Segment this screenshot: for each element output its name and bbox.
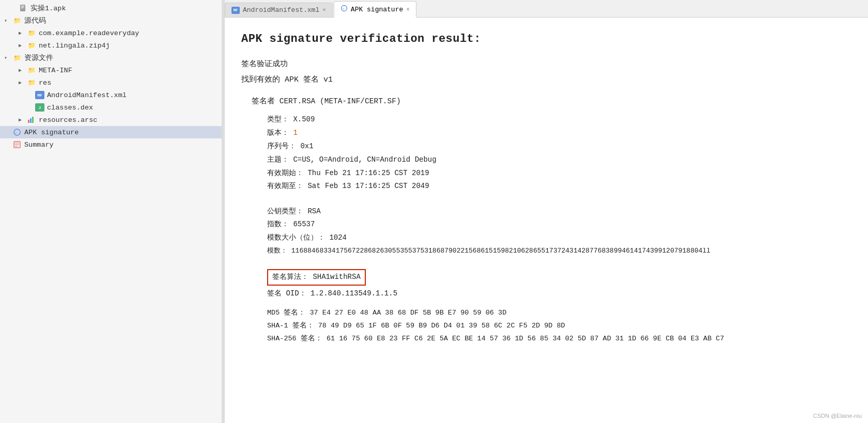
cert-type-field: 类型： X.509	[267, 114, 851, 126]
main-layout: 实操1.apk ▾ 📁 源代码 ▶ 📁 com.example.readever…	[0, 0, 868, 423]
svg-rect-4	[28, 120, 29, 123]
content-area: MF AndroidManifest.xml ✕ ✍ APK signature…	[225, 0, 868, 423]
folder-icon: 📁	[12, 16, 22, 25]
sidebar-item-source-code[interactable]: ▾ 📁 源代码	[0, 14, 222, 27]
cert-valid-from-field: 有效期始： Thu Feb 21 17:16:25 CST 2019	[267, 167, 851, 180]
svg-rect-2	[21, 7, 24, 7]
arrow-icon: ▾	[4, 18, 11, 24]
folder-icon: 📁	[27, 41, 36, 50]
sidebar-item-net-lingala[interactable]: ▶ 📁 net.lingala.zip4j	[0, 39, 222, 52]
md5-label: MD5 签名：	[267, 309, 305, 317]
tab-close-button[interactable]: ✕	[406, 7, 410, 12]
valid-from-label: 有效期始：	[267, 169, 303, 177]
apk-file-icon	[19, 4, 28, 13]
xml-file-icon: MF	[35, 90, 44, 100]
cert-modulus-size-field: 模数大小（位）： 1024	[267, 232, 851, 244]
modulus-val: 1168846833417567228682630553553753186879…	[291, 247, 710, 255]
modulus-size-label: 模数大小（位）：	[267, 233, 325, 242]
type-label: 类型：	[267, 115, 289, 123]
sha1-val: 78 49 D9 65 1F 6B 0F 59 B9 D6 D4 01 39 5…	[318, 322, 565, 330]
sidebar-item-apk-file[interactable]: 实操1.apk	[0, 2, 222, 14]
subject-label: 主题：	[267, 155, 289, 164]
sidebar-label: Summary	[24, 141, 54, 149]
xml-tab-icon: MF	[231, 7, 240, 14]
signer-label: 签名者 CERT.RSA (META-INF/CERT.SF)	[241, 96, 851, 107]
sig-algo-label: 签名算法：	[272, 273, 308, 281]
svg-text:✍: ✍	[342, 7, 345, 11]
cert-exponent-field: 指数： 65537	[267, 218, 851, 231]
sidebar-label: net.lingala.zip4j	[39, 42, 110, 50]
watermark: CSDN @Elaine-niu	[813, 413, 862, 419]
type-val: X.509	[293, 115, 315, 123]
svg-text:✍: ✍	[15, 131, 18, 135]
sidebar-item-apk-signature[interactable]: ✍ APK signature	[0, 126, 222, 138]
sidebar-label: APK signature	[24, 129, 79, 136]
sidebar-label: META-INF	[39, 67, 72, 74]
main-content: APK signature verification result: 签名验证成…	[225, 18, 868, 423]
sidebar-item-res[interactable]: ▶ 📁 res	[0, 76, 222, 89]
folder-icon: 📁	[27, 28, 36, 38]
cert-modulus-field: 模数： 116884683341756722868263055355375318…	[267, 245, 851, 257]
sig-oid-label: 签名 OID：	[267, 289, 306, 297]
sig-algo-val: SHA1withRSA	[313, 273, 360, 281]
svg-rect-5	[30, 118, 32, 123]
sidebar-item-com-example[interactable]: ▶ 📁 com.example.readeveryday	[0, 27, 222, 39]
folder-icon: 📁	[27, 66, 36, 75]
arrow-icon: ▶	[19, 117, 26, 123]
cert-fields: 类型： X.509 版本： 1 序列号： 0x1 主题： C=US, O=And…	[241, 114, 851, 300]
tab-apk-signature[interactable]: ✍ APK signature ✕	[334, 1, 416, 18]
sidebar-label: res	[39, 79, 51, 87]
cert-sig-algo-field: 签名算法： SHA1withRSA	[267, 269, 851, 287]
tab-label: APK signature	[351, 6, 403, 13]
sidebar-item-android-manifest[interactable]: MF AndroidManifest.xml	[0, 89, 222, 101]
tab-label: AndroidManifest.xml	[243, 6, 319, 14]
svg-rect-1	[21, 6, 24, 6]
arrow-icon: ▾	[4, 55, 11, 61]
tab-android-manifest[interactable]: MF AndroidManifest.xml ✕	[225, 3, 333, 17]
valid-to-label: 有效期至：	[267, 182, 303, 190]
arrow-icon: ▶	[19, 30, 26, 36]
cert-version-field: 版本： 1	[267, 127, 851, 139]
sidebar-label: AndroidManifest.xml	[47, 91, 127, 99]
modulus-size-val: 1024	[329, 233, 347, 242]
modulus-label: 模数：	[267, 247, 287, 255]
folder-icon: 📁	[27, 78, 36, 87]
sidebar-label: resources.arsc	[39, 116, 97, 124]
sidebar-item-summary[interactable]: Summary	[0, 138, 222, 151]
sha1-label: SHA-1 签名：	[267, 322, 314, 330]
sidebar-item-resources-arsc[interactable]: ▶ resources.arsc	[0, 114, 222, 126]
md5-val: 37 E4 27 E0 48 AA 38 68 DF 5B 9B E7 90 5…	[310, 309, 507, 317]
sha256-label: SHA-256 签名：	[267, 335, 322, 342]
md5-field: MD5 签名： 37 E4 27 E0 48 AA 38 68 DF 5B 9B…	[267, 307, 851, 319]
cert-serial-field: 序列号： 0x1	[267, 140, 851, 153]
exponent-label: 指数：	[267, 220, 289, 228]
sig-algo-box: 签名算法： SHA1withRSA	[267, 269, 366, 286]
svg-rect-6	[32, 117, 34, 123]
folder-icon: 📁	[12, 53, 22, 62]
serial-label: 序列号：	[267, 142, 296, 150]
sidebar-label: classes.dex	[47, 104, 93, 112]
sidebar-label: 源代码	[24, 16, 46, 25]
pubkey-type-label: 公钥类型：	[267, 207, 303, 215]
hash-fields: MD5 签名： 37 E4 27 E0 48 AA 38 68 DF 5B 9B…	[241, 307, 851, 345]
exponent-val: 65537	[293, 220, 315, 228]
signature-icon: ✍	[12, 128, 22, 137]
sidebar-item-meta-inf[interactable]: ▶ 📁 META-INF	[0, 64, 222, 76]
valid-to-val: Sat Feb 13 17:16:25 CST 2049	[307, 182, 429, 190]
pubkey-type-val: RSA	[307, 207, 320, 215]
sidebar-item-classes-dex[interactable]: J classes.dex	[0, 101, 222, 114]
version-val: 1	[293, 129, 297, 137]
tabs-bar: MF AndroidManifest.xml ✕ ✍ APK signature…	[225, 0, 868, 18]
subject-val: C=US, O=Android, CN=Android Debug	[293, 155, 436, 164]
sidebar-item-resources[interactable]: ▾ 📁 资源文件	[0, 52, 222, 64]
sig-oid-val: 1.2.840.113549.1.1.5	[311, 289, 397, 297]
arrow-icon: ▶	[19, 67, 26, 73]
sig-tab-icon: ✍	[340, 5, 348, 14]
tab-close-button[interactable]: ✕	[322, 7, 326, 13]
valid-from-val: Thu Feb 21 17:16:25 CST 2019	[307, 169, 429, 177]
sidebar-label: 资源文件	[24, 53, 53, 62]
sha256-field: SHA-256 签名： 61 16 75 60 E8 23 FF C6 2E 5…	[267, 333, 851, 345]
version-label: 版本：	[267, 129, 289, 137]
page-title: APK signature verification result:	[241, 30, 851, 48]
cert-sig-oid-field: 签名 OID： 1.2.840.113549.1.1.5	[267, 288, 851, 300]
